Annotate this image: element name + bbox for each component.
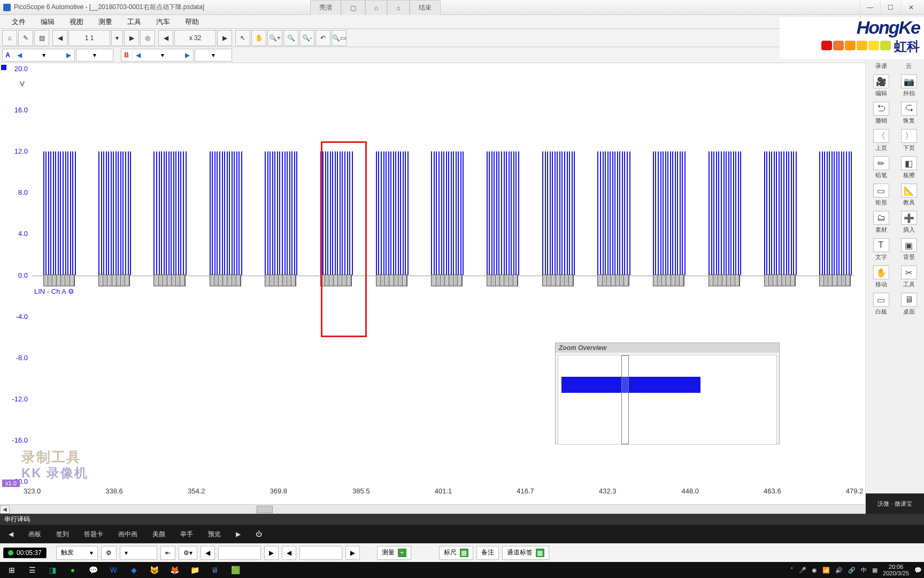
tb-home[interactable]: ⌂	[2, 30, 17, 46]
nav-dd[interactable]: ▾	[111, 30, 123, 46]
scroll-thumb[interactable]	[257, 506, 273, 513]
taskbar-app-7[interactable]: 😺	[144, 562, 164, 577]
side-btn-铅笔[interactable]: ✏铅笔	[869, 156, 893, 179]
rec-tab-preview[interactable]: 预览	[203, 530, 226, 539]
record-badge[interactable]: 00:05:37	[3, 547, 47, 558]
seg-measure[interactable]: 测量+	[377, 546, 411, 560]
nav-value[interactable]: 1 1	[68, 30, 110, 46]
side-btn-教具[interactable]: 📐教具	[897, 184, 921, 207]
channel-b-chip[interactable]: B ◀ ▾ ▶	[121, 49, 194, 62]
seg-nav-value[interactable]	[218, 546, 261, 560]
zoom-next[interactable]: ▶	[217, 30, 232, 46]
side-cloud[interactable]: 云	[897, 62, 921, 70]
top-tab-end[interactable]: 结束	[410, 0, 441, 15]
side-btn-上页[interactable]: 〈上页	[869, 129, 893, 152]
decode-packet[interactable]	[210, 275, 241, 286]
seg-config[interactable]: ⚙	[101, 546, 117, 560]
window-maximize[interactable]: ☐	[880, 1, 900, 14]
tray-mic-icon[interactable]: 🎤	[799, 567, 806, 574]
taskbar-app-3[interactable]: ●	[63, 562, 82, 577]
zoom-prev[interactable]: ◀	[158, 30, 173, 46]
channel-a-left[interactable]: ◀	[13, 51, 25, 59]
zoom-level[interactable]: x 32	[174, 30, 216, 46]
seg-dropdown[interactable]: ▾	[120, 546, 157, 560]
channel-a-chip[interactable]: A ◀ ▾ ▶	[2, 49, 75, 62]
decode-packet[interactable]	[597, 275, 629, 286]
side-btn-板擦[interactable]: ◧板擦	[897, 156, 921, 179]
menu-tools[interactable]: 工具	[120, 17, 149, 27]
tool-zoom-in[interactable]: 🔍+	[267, 30, 282, 46]
tool-zoom-full[interactable]: 🔍	[283, 30, 298, 46]
menu-view[interactable]: 视图	[62, 17, 91, 27]
channel-b-left[interactable]: ◀	[132, 51, 144, 59]
seg-nav-r[interactable]: ▶	[264, 546, 279, 560]
seg-nav-value2[interactable]	[299, 546, 342, 560]
side-btn-白板[interactable]: ▭白板	[869, 293, 893, 316]
rec-tab-signin[interactable]: 签到	[51, 530, 74, 539]
tray-time[interactable]: 20:06	[889, 564, 904, 570]
rec-play-icon[interactable]: ▶	[230, 530, 246, 538]
tray-net[interactable]: ▦	[872, 567, 877, 574]
rec-power-icon[interactable]: ⏻	[250, 530, 267, 538]
menu-help[interactable]: 帮助	[178, 17, 206, 27]
seg-trigger[interactable]: 触发 ▾	[56, 546, 98, 560]
tool-zoom-region[interactable]: 🔍▭	[332, 30, 346, 46]
tool-undo-zoom[interactable]: ↶	[315, 30, 330, 46]
side-record[interactable]: 录课	[869, 62, 893, 70]
tool-hand[interactable]: ✋	[251, 30, 266, 46]
nav-prev[interactable]: ◀	[52, 30, 67, 46]
window-close[interactable]: ✕	[900, 1, 921, 14]
taskbar-app-6[interactable]: ◆	[124, 562, 143, 577]
rec-prev-icon[interactable]: ◀	[3, 530, 19, 538]
tray-ime[interactable]: 中	[861, 566, 867, 574]
side-btn-工具[interactable]: ✂工具	[897, 265, 921, 288]
rec-tab-board[interactable]: 画板	[23, 530, 47, 539]
tray-shield-icon[interactable]: ◉	[812, 567, 817, 574]
tray-up-icon[interactable]: ˄	[790, 567, 794, 574]
menu-file[interactable]: 文件	[4, 17, 33, 27]
decode-packet[interactable]	[265, 275, 296, 286]
taskbar-app-11[interactable]: 🟩	[226, 562, 245, 577]
decode-packet[interactable]	[431, 275, 463, 286]
tray-wifi-icon[interactable]: 📶	[822, 567, 830, 574]
decode-packet[interactable]	[98, 275, 130, 286]
top-tab-1[interactable]: ▢	[341, 0, 365, 15]
seg-arrow-l[interactable]: ⇤	[160, 546, 175, 560]
plus-icon[interactable]: +	[398, 549, 406, 557]
tray-date[interactable]: 2020/3/25	[883, 570, 909, 576]
channel-a-dropdown[interactable]: ▾	[25, 51, 63, 59]
taskbar-app-1[interactable]: ☰	[22, 562, 42, 577]
seg-note[interactable]: 备注	[476, 546, 499, 560]
top-tab-3[interactable]: ⌂	[387, 0, 409, 15]
side-btn-编辑[interactable]: 🎥编辑	[869, 74, 893, 97]
side-btn-背景[interactable]: ▣背景	[897, 238, 921, 261]
side-btn-恢复[interactable]: ⮎恢复	[897, 102, 921, 125]
menu-auto[interactable]: 汽车	[149, 17, 178, 27]
taskbar-app-4[interactable]: 💬	[83, 562, 103, 577]
channel-a-extra[interactable]: ▾	[76, 49, 113, 62]
rec-tab-pip[interactable]: 画中画	[113, 530, 143, 539]
menu-edit[interactable]: 编辑	[33, 17, 62, 27]
tool-pointer[interactable]: ↖	[235, 30, 250, 46]
tool-zoom-out[interactable]: 🔍-	[299, 30, 314, 46]
side-btn-外拍[interactable]: 📷外拍	[897, 74, 921, 97]
window-minimize[interactable]: —	[860, 1, 880, 14]
side-btn-桌面[interactable]: 🖥桌面	[897, 293, 921, 316]
tray-link-icon[interactable]: 🔗	[848, 567, 856, 574]
rec-tab-quiz[interactable]: 答题卡	[79, 530, 109, 539]
zoom-overview-window[interactable]	[621, 355, 629, 444]
zoom-overview-panel[interactable]: Zoom Overview	[555, 343, 780, 444]
side-btn-下页[interactable]: 〉下页	[897, 129, 921, 152]
side-btn-插入[interactable]: ➕插入	[897, 211, 921, 234]
side-btn-文字[interactable]: T文字	[869, 238, 893, 261]
decode-packet[interactable]	[487, 275, 518, 286]
seg-nav-l2[interactable]: ◀	[282, 546, 296, 560]
taskbar-app-2[interactable]: ◨	[43, 562, 62, 577]
decode-packet[interactable]	[376, 275, 407, 286]
taskbar-app-9[interactable]: 📁	[185, 562, 204, 577]
channel-a-right[interactable]: ▶	[63, 51, 74, 59]
seg-nav-r2[interactable]: ▶	[345, 546, 360, 560]
tb-wand[interactable]: ✎	[18, 30, 33, 46]
nav-next[interactable]: ▶	[124, 30, 139, 46]
scope-chart[interactable]: -20.0-16.0-12.0-8.0-4.00.04.08.012.016.0…	[0, 64, 924, 514]
